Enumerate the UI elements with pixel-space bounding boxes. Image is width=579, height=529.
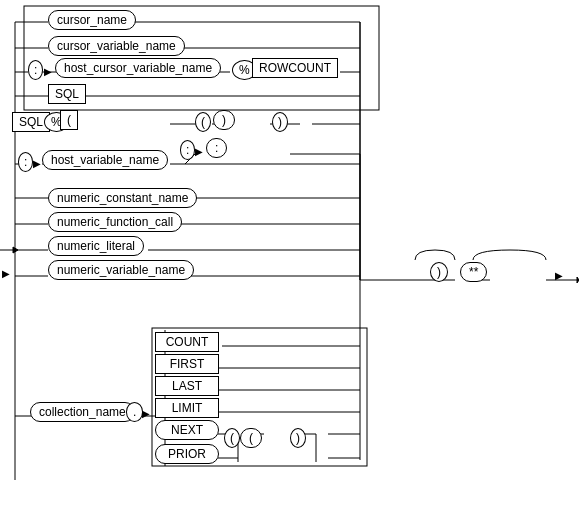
arrow-dot: ▶ xyxy=(142,408,150,419)
colon3-node: : xyxy=(180,140,195,160)
lparen2-node: ( xyxy=(224,428,240,448)
host-variable-name-node: host_variable_name xyxy=(42,150,168,170)
rparen1-node: ) xyxy=(272,112,288,132)
entry-arrow: ▶ xyxy=(2,268,10,279)
numeric-function-call-node: numeric_function_call xyxy=(48,212,182,232)
collection-name-node: collection_name xyxy=(30,402,135,422)
sql1-node: SQL xyxy=(48,84,86,104)
first-node: FIRST xyxy=(155,354,219,374)
arrow2: ▶ xyxy=(33,158,41,169)
next-node: NEXT xyxy=(155,420,219,440)
lparen1-node: ( xyxy=(195,112,211,132)
svg-marker-1 xyxy=(13,247,18,253)
bulk-rowcount-node: ( xyxy=(60,110,78,130)
index-node: ( xyxy=(240,428,262,448)
exponent-node: ** xyxy=(460,262,487,282)
colon1-node: : xyxy=(28,60,43,80)
rparen2-node: ) xyxy=(290,428,306,448)
diagram-canvas: cursor_name cursor_variable_name : ▶ hos… xyxy=(0,0,579,529)
count-node: COUNT xyxy=(155,332,219,352)
cursor-variable-name-node: cursor_variable_name xyxy=(48,36,185,56)
cursor-name-node: cursor_name xyxy=(48,10,136,30)
numeric-literal-node: numeric_literal xyxy=(48,236,144,256)
prior-node: PRIOR xyxy=(155,444,219,464)
numeric-variable-name-node: numeric_variable_name xyxy=(48,260,194,280)
indicator-name-node: : xyxy=(206,138,227,158)
limit-node: LIMIT xyxy=(155,398,219,418)
host-cursor-variable-name-node: host_cursor_variable_name xyxy=(55,58,221,78)
pow-node: ) xyxy=(430,262,448,282)
colon2-node: : xyxy=(18,152,33,172)
dot-node: . xyxy=(126,402,143,422)
numeric-constant-name-node: numeric_constant_name xyxy=(48,188,197,208)
arrow3: ▶ xyxy=(195,146,203,157)
exit-arrow: ▶ xyxy=(555,270,563,281)
last-node: LAST xyxy=(155,376,219,396)
integer-node: ) xyxy=(213,110,235,130)
rowcount-node: ROWCOUNT xyxy=(252,58,338,78)
arrow1: ▶ xyxy=(44,66,52,77)
